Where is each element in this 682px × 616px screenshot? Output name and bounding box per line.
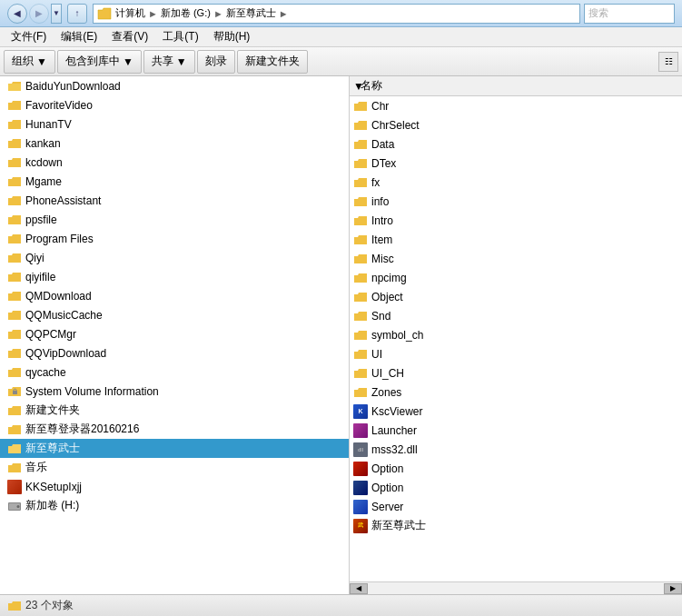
menu-edit[interactable]: 编辑(E): [54, 27, 104, 46]
list-item[interactable]: qiyifile: [0, 267, 349, 286]
exe-icon: K: [353, 404, 368, 419]
item-name: Snd: [371, 310, 390, 323]
list-item[interactable]: FavoriteVideo: [0, 95, 349, 114]
item-name: Chr: [371, 100, 389, 113]
menu-help[interactable]: 帮助(H): [206, 27, 258, 46]
name-column-header[interactable]: 名称: [361, 78, 678, 94]
list-item[interactable]: PhoneAssistant: [0, 191, 349, 210]
list-item[interactable]: Misc: [350, 249, 682, 268]
horizontal-scrollbar[interactable]: ◀ ▶: [350, 581, 682, 594]
list-item[interactable]: UI_CH: [350, 363, 682, 383]
list-item[interactable]: Chr: [350, 96, 682, 115]
list-item[interactable]: QQPCMgr: [0, 324, 349, 343]
list-item[interactable]: BaiduYunDownload: [0, 76, 349, 95]
list-item[interactable]: ppsfile: [0, 210, 349, 229]
item-name: UI_CH: [371, 367, 404, 380]
list-item[interactable]: 新建文件夹: [0, 401, 349, 420]
list-item[interactable]: DTex: [350, 154, 682, 173]
list-item[interactable]: QQMusicCache: [0, 305, 349, 324]
item-name: qiyifile: [25, 271, 55, 283]
item-name: Data: [371, 138, 394, 151]
folder-icon: [353, 175, 368, 190]
list-item-selected[interactable]: 新至尊武士: [0, 439, 349, 458]
list-item[interactable]: Option: [350, 459, 682, 478]
list-item[interactable]: Program Files: [0, 229, 349, 248]
folder-icon: [353, 309, 368, 323]
folder-icon: [7, 346, 22, 361]
list-item[interactable]: QQVipDownload: [0, 343, 349, 363]
list-item[interactable]: Data: [350, 134, 682, 154]
address-bar[interactable]: 计算机 ► 新加卷 (G:) ► 新至尊武士 ►: [93, 4, 580, 24]
back-button[interactable]: ◀: [7, 4, 27, 24]
item-name: Option: [371, 482, 403, 494]
folder-icon: [7, 327, 22, 342]
burn-button[interactable]: 刻录: [197, 50, 235, 74]
folder-icon: [7, 98, 22, 113]
list-item[interactable]: 新加卷 (H:): [0, 496, 349, 515]
item-name: 新至尊武士: [371, 518, 426, 533]
menu-file[interactable]: 文件(F): [4, 27, 54, 46]
scroll-right-button[interactable]: ▶: [664, 583, 682, 594]
up-button[interactable]: ↑: [67, 4, 87, 24]
history-dropdown[interactable]: ▼: [51, 4, 62, 24]
view-icon: ☷: [665, 56, 673, 66]
list-item[interactable]: Object: [350, 287, 682, 306]
item-name: qycache: [25, 366, 66, 379]
menu-tools[interactable]: 工具(T): [155, 27, 205, 46]
list-item[interactable]: kcdown: [0, 153, 349, 172]
list-item[interactable]: fx: [350, 173, 682, 192]
option-exe-icon-2: [353, 481, 368, 495]
list-item[interactable]: KKSetupIxjj: [0, 477, 349, 496]
list-item[interactable]: npcimg: [350, 268, 682, 287]
item-name: mss32.dll: [371, 443, 418, 456]
menu-view[interactable]: 查看(V): [104, 27, 155, 46]
list-item[interactable]: symbol_ch: [350, 325, 682, 344]
list-item[interactable]: Launcher: [350, 421, 682, 440]
list-item[interactable]: Snd: [350, 306, 682, 325]
list-item[interactable]: Option: [350, 478, 682, 497]
list-item[interactable]: Item: [350, 230, 682, 249]
exe-icon: [7, 480, 22, 494]
svg-rect-0: [13, 391, 17, 394]
list-item[interactable]: ChrSelect: [350, 115, 682, 134]
list-item[interactable]: info: [350, 192, 682, 211]
folder-icon: [7, 442, 22, 456]
folder-icon: [353, 194, 368, 209]
column-header: ▼ 名称: [350, 76, 682, 96]
folder-icon: [7, 213, 22, 227]
list-item[interactable]: 新至尊登录器20160216: [0, 420, 349, 439]
list-item[interactable]: dll mss32.dll: [350, 440, 682, 459]
list-item[interactable]: QMDownload: [0, 286, 349, 305]
view-toggle-button[interactable]: ☷: [658, 52, 678, 72]
item-name: Zones: [371, 386, 401, 399]
game-exe-icon: 武: [353, 519, 368, 533]
list-item[interactable]: Qiyi: [0, 248, 349, 267]
folder-icon: [353, 252, 368, 266]
list-item[interactable]: HunanTV: [0, 114, 349, 134]
share-button[interactable]: 共享 ▼: [143, 50, 195, 74]
item-name: info: [371, 195, 389, 208]
right-panel: Chr ChrSelect Data DTex fx info: [350, 96, 682, 581]
list-item[interactable]: UI: [350, 344, 682, 363]
folder-icon: [7, 461, 22, 475]
list-item[interactable]: 武 新至尊武士: [350, 516, 682, 535]
folder-icon: [7, 422, 22, 437]
list-item[interactable]: qycache: [0, 363, 349, 382]
scroll-left-button[interactable]: ◀: [350, 583, 368, 594]
list-item[interactable]: Server: [350, 497, 682, 516]
list-item[interactable]: Mgame: [0, 172, 349, 191]
list-item[interactable]: K KscViewer: [350, 402, 682, 421]
list-item[interactable]: Intro: [350, 211, 682, 230]
list-item[interactable]: Zones: [350, 383, 682, 402]
list-item[interactable]: 音乐: [0, 458, 349, 477]
include-library-button[interactable]: 包含到库中 ▼: [57, 50, 142, 74]
organize-button[interactable]: 组织 ▼: [4, 50, 55, 74]
list-item[interactable]: System Volume Information: [0, 382, 349, 401]
folder-status-icon: [7, 599, 22, 613]
left-panel: BaiduYunDownload FavoriteVideo HunanTV k…: [0, 76, 350, 594]
folder-icon: [7, 117, 22, 132]
search-bar[interactable]: 搜索: [584, 4, 675, 24]
new-folder-button[interactable]: 新建文件夹: [237, 50, 308, 74]
forward-button[interactable]: ▶: [29, 4, 49, 24]
list-item[interactable]: kankan: [0, 134, 349, 153]
